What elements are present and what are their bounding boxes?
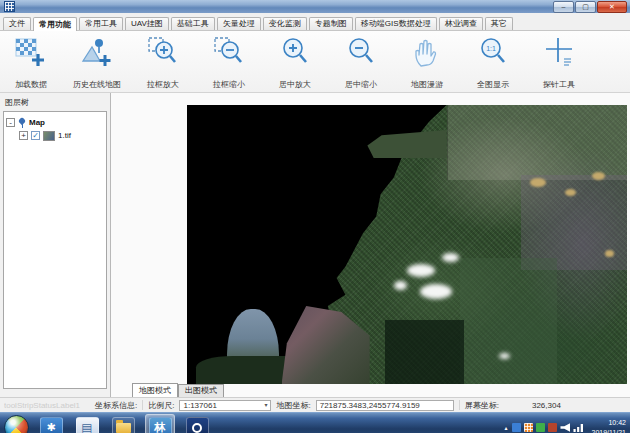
expand-expander-icon[interactable]: + <box>19 131 28 140</box>
folder-icon <box>112 417 135 433</box>
image-viewer-icon: ▤ <box>76 417 99 433</box>
load-data-button[interactable]: 加载数据 <box>4 33 58 91</box>
scale-value: 1:137061 <box>183 400 216 411</box>
history-online-map-button[interactable]: 历史在线地图 <box>70 33 124 91</box>
main-content: 图层树 - Map + ✓ 1.tif <box>0 93 630 397</box>
center-zoom-out-icon <box>344 34 378 72</box>
probe-tool-icon <box>542 34 576 72</box>
tool-label: 居中放大 <box>279 79 311 90</box>
tab-mobile-gis-data[interactable]: 移动端GIS数据处理 <box>355 17 437 30</box>
map-coord-value: 721875.3483,2455774.9159 <box>320 400 420 411</box>
maximize-button[interactable]: ▢ <box>575 1 596 13</box>
taskbar-app-explorer[interactable] <box>109 415 137 433</box>
clock-time: 10:42 <box>591 418 626 427</box>
tab-uav-map[interactable]: UAV挂图 <box>125 17 169 30</box>
taskbar-app-forestry-gis[interactable]: 林 <box>145 414 175 433</box>
map-pan-hand-icon <box>410 34 444 72</box>
center-zoom-out-button[interactable]: 居中缩小 <box>334 33 388 91</box>
windows-taskbar: ✱ ▤ 林 ▴ 10:42 2019/11/21 <box>0 412 630 433</box>
statusbar-separator <box>459 400 460 410</box>
statusbar-separator <box>142 400 143 410</box>
tab-change-monitoring[interactable]: 变化监测 <box>263 17 307 30</box>
close-button[interactable]: ✕ <box>597 1 627 13</box>
tab-forestry-survey[interactable]: 林业调查 <box>439 17 483 30</box>
window-controls: – ▢ ✕ <box>553 1 627 13</box>
scale-combobox[interactable]: 1:137061 ▾ <box>179 400 271 411</box>
tab-map-mode[interactable]: 地图模式 <box>132 383 178 397</box>
cloud-patch <box>407 264 435 277</box>
tab-thematic-mapping[interactable]: 专题制图 <box>309 17 353 30</box>
hidden-icons-arrow-icon[interactable]: ▴ <box>504 424 507 431</box>
taskbar-app-image-viewer[interactable]: ▤ <box>73 415 101 433</box>
bare-ground-patch <box>565 189 576 196</box>
box-zoom-out-icon <box>212 34 246 72</box>
tool-label: 全图显示 <box>477 79 509 90</box>
tab-common-tools[interactable]: 常用工具 <box>79 17 123 30</box>
tab-file[interactable]: 文件 <box>3 17 31 30</box>
status-placeholder-label: toolStripStatusLabel1 <box>4 401 90 410</box>
layer-tree[interactable]: - Map + ✓ 1.tif <box>3 111 107 389</box>
collapse-expander-icon[interactable]: - <box>6 118 15 127</box>
tool-label: 历史在线地图 <box>73 79 121 90</box>
box-zoom-in-icon <box>146 34 180 72</box>
center-zoom-in-icon <box>278 34 312 72</box>
map-canvas[interactable] <box>187 105 627 384</box>
forestry-app-icon: 林 <box>149 417 172 433</box>
status-bar: toolStripStatusLabel1 坐标系信息: 比例尺: 1:1370… <box>0 397 630 412</box>
layer-tree-title: 图层树 <box>0 93 110 111</box>
tool-label: 拉框缩小 <box>213 79 245 90</box>
star-app-icon: ✱ <box>40 417 63 433</box>
box-zoom-out-button[interactable]: 拉框缩小 <box>202 33 256 91</box>
scale-label: 比例尺: <box>148 400 174 411</box>
full-extent-button[interactable]: 1:1 全图显示 <box>466 33 520 91</box>
ribbon-tab-bar: 文件 常用功能 常用工具 UAV挂图 基础工具 矢量处理 变化监测 专题制图 移… <box>0 13 630 31</box>
probe-tool-button[interactable]: 探针工具 <box>532 33 586 91</box>
tool-label: 拉框放大 <box>147 79 179 90</box>
map-coord-label: 地图坐标: <box>276 400 310 411</box>
imagery-tile <box>460 258 557 384</box>
cloud-patch <box>394 281 407 290</box>
tool-label: 居中缩小 <box>345 79 377 90</box>
imagery-tile <box>447 105 627 180</box>
tree-node-raster-layer[interactable]: + ✓ 1.tif <box>19 129 104 142</box>
bare-ground-patch <box>530 178 546 187</box>
center-zoom-in-button[interactable]: 居中放大 <box>268 33 322 91</box>
imagery-patch-top <box>367 130 446 158</box>
history-online-map-icon <box>80 34 114 72</box>
tool-label: 加载数据 <box>15 79 47 90</box>
tab-layout-mode[interactable]: 出图模式 <box>178 384 224 397</box>
taskbar-app-o[interactable] <box>183 415 211 433</box>
tray-grid-app-icon[interactable] <box>524 423 533 432</box>
start-button[interactable] <box>4 415 29 433</box>
map-mode-tabbar: 地图模式 出图模式 <box>132 384 224 397</box>
tray-red-status-icon[interactable] <box>548 423 557 432</box>
box-zoom-in-button[interactable]: 拉框放大 <box>136 33 190 91</box>
tree-node-map[interactable]: - Map <box>6 116 104 129</box>
imagery-patch-strip <box>196 356 288 384</box>
tab-common-functions[interactable]: 常用功能 <box>33 17 77 31</box>
app-icon <box>4 1 15 12</box>
application-window: – ▢ ✕ 文件 常用功能 常用工具 UAV挂图 基础工具 矢量处理 变化监测 … <box>0 0 630 433</box>
tray-antivirus-icon[interactable] <box>512 423 521 432</box>
map-pan-button[interactable]: 地图漫游 <box>400 33 454 91</box>
layer-visibility-checkbox[interactable]: ✓ <box>31 131 40 140</box>
title-bar: – ▢ ✕ <box>0 0 630 13</box>
map-coord-field: 721875.3483,2455774.9159 <box>316 400 454 411</box>
cloud-patch <box>442 253 459 262</box>
tab-other[interactable]: 其它 <box>485 17 513 30</box>
ring-app-icon <box>186 417 209 433</box>
tab-basic-tools[interactable]: 基础工具 <box>171 17 215 30</box>
speaker-icon[interactable] <box>560 423 570 432</box>
chevron-down-icon[interactable]: ▾ <box>264 400 267 411</box>
toolbar: 加载数据 历史在线地图 拉框 <box>0 31 630 93</box>
tray-green-status-icon[interactable] <box>536 423 545 432</box>
taskbar-clock[interactable]: 10:42 2019/11/21 <box>591 418 626 433</box>
tab-vector-processing[interactable]: 矢量处理 <box>217 17 261 30</box>
network-icon[interactable] <box>573 423 583 432</box>
full-extent-icon-text: 1:1 <box>486 45 496 52</box>
screen-coord-label: 屏幕坐标: <box>465 400 499 411</box>
layer-tree-panel: 图层树 - Map + ✓ 1.tif <box>0 93 111 397</box>
tool-label: 地图漫游 <box>411 79 443 90</box>
minimize-button[interactable]: – <box>553 1 574 13</box>
taskbar-app-messenger[interactable]: ✱ <box>37 415 65 433</box>
